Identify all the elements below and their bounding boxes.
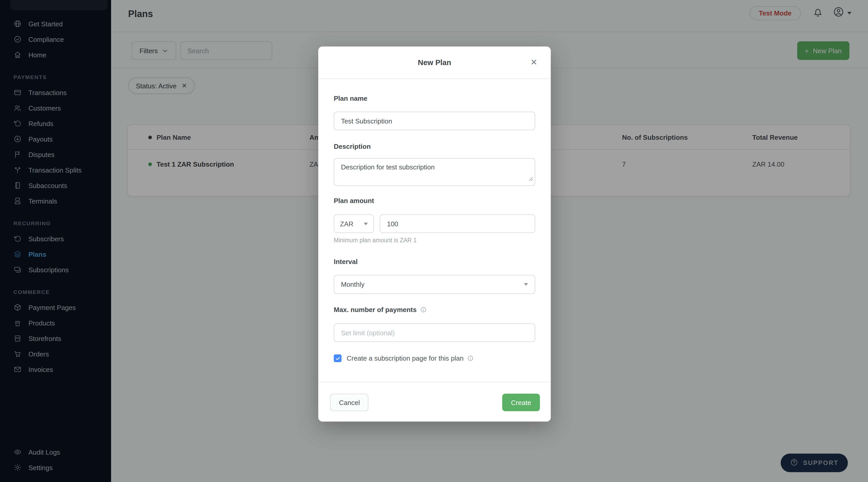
- modal-header: New Plan ✕: [318, 46, 551, 79]
- caret-down-icon: [364, 222, 368, 225]
- app-window: Get StartedComplianceHomePAYMENTSTransac…: [0, 0, 868, 482]
- new-plan-modal: New Plan ✕ Plan name Description Descrip…: [318, 46, 551, 422]
- currency-select[interactable]: ZAR: [334, 215, 374, 233]
- cancel-button[interactable]: Cancel: [330, 394, 369, 411]
- description-textarea[interactable]: Description for test subscription: [334, 158, 535, 186]
- info-icon[interactable]: [467, 355, 474, 362]
- amount-input[interactable]: [380, 215, 535, 233]
- plan-name-label: Plan name: [334, 95, 535, 102]
- currency-value: ZAR: [340, 220, 353, 228]
- description-label: Description: [334, 142, 535, 150]
- amount-helper-text: Minimum plan amount is ZAR 1: [334, 237, 535, 243]
- plan-name-input[interactable]: [334, 111, 535, 130]
- subscription-page-checkbox[interactable]: [334, 354, 342, 362]
- modal-title: New Plan: [318, 46, 551, 79]
- info-icon[interactable]: [420, 307, 427, 313]
- interval-select[interactable]: Monthly: [334, 275, 535, 294]
- max-payments-label: Max. number of payments: [334, 306, 535, 314]
- caret-down-icon: [524, 283, 528, 286]
- modal-body: Plan name Description Description for te…: [318, 95, 551, 362]
- subscription-page-label: Create a subscription page for this plan: [347, 354, 474, 362]
- max-payments-input[interactable]: [334, 323, 535, 342]
- modal-footer: Cancel Create: [318, 382, 551, 422]
- interval-label: Interval: [334, 258, 535, 265]
- resize-handle-icon[interactable]: [529, 174, 533, 183]
- plan-amount-label: Plan amount: [334, 197, 535, 204]
- create-button[interactable]: Create: [502, 394, 540, 411]
- subscription-page-row: Create a subscription page for this plan: [334, 354, 535, 362]
- close-icon[interactable]: ✕: [530, 57, 537, 67]
- interval-value: Monthly: [341, 281, 365, 288]
